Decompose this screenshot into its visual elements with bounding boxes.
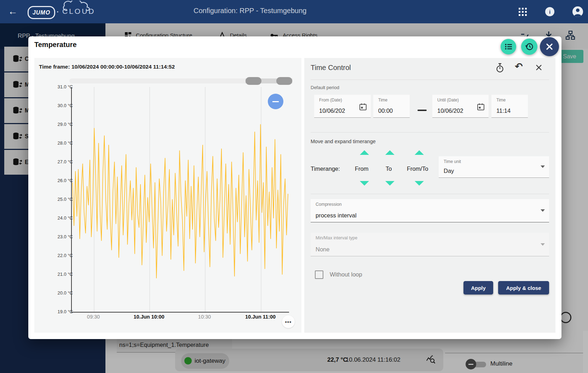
info-icon[interactable]: i xyxy=(545,7,554,16)
chevron-down-icon xyxy=(541,243,545,246)
calendar-icon[interactable] xyxy=(359,103,367,111)
field-label: Until (Date) xyxy=(437,98,459,103)
temperature-line-chart xyxy=(72,87,289,312)
decrease-to-button[interactable] xyxy=(385,181,394,186)
chart-more-button[interactable]: ••• xyxy=(282,315,295,328)
apps-grid-icon[interactable] xyxy=(519,8,527,17)
field-label: Time xyxy=(496,98,506,103)
time-control-close-icon[interactable] xyxy=(535,64,543,73)
y-axis-tick-label: 24.0 °C xyxy=(48,215,73,221)
timer-icon[interactable] xyxy=(495,63,505,74)
field-value: None xyxy=(316,246,329,253)
y-axis-tick-label: 19.0 °C xyxy=(48,309,73,314)
page-title: Configuration: RPP - Testumgebung xyxy=(194,7,306,15)
apply-button[interactable]: Apply xyxy=(463,281,493,295)
time-control-panel: Time Control ↶ Default period xyxy=(304,58,555,333)
minmax-interval-select[interactable]: Min/Max interval type None xyxy=(311,233,549,256)
undo-icon[interactable]: ↶ xyxy=(515,61,523,72)
time-history-button[interactable] xyxy=(521,39,537,55)
jumo-logo-text: JUMO xyxy=(33,10,50,16)
field-label: From (Date) xyxy=(319,98,342,103)
y-axis-tick-label: 30.0 °C xyxy=(48,103,73,108)
field-value: 10/06/202 xyxy=(437,107,470,114)
compression-select[interactable]: Compression process interval xyxy=(311,199,549,222)
field-label: Time unit xyxy=(444,159,461,164)
until-time-field[interactable]: Time 11:14 xyxy=(491,95,528,118)
y-axis-tick-label: 28.0 °C xyxy=(48,140,73,146)
y-axis-tick-label: 21.0 °C xyxy=(48,272,73,277)
increase-to-button[interactable] xyxy=(385,150,394,155)
chevron-down-icon xyxy=(541,165,545,168)
y-axis-tick-label: 31.0 °C xyxy=(48,84,73,89)
chevron-down-icon xyxy=(541,209,545,212)
time-frame-label: Time frame: 10/06/2024 00:00:00-10/06/20… xyxy=(39,64,175,70)
x-axis-tick-label: 10:30 xyxy=(180,314,229,320)
x-axis-line xyxy=(71,312,289,313)
from-time-field[interactable]: Time 00:00 xyxy=(373,95,410,118)
timerange-option-fromto: From/To xyxy=(407,165,428,172)
time-unit-select[interactable]: Time unit Day xyxy=(439,156,549,178)
screen: RPP - Testumgebung C M xyxy=(0,0,588,373)
divider xyxy=(311,132,549,133)
y-axis-tick-label: 22.0 °C xyxy=(48,253,73,258)
slider-handle-right[interactable] xyxy=(276,77,292,85)
apply-button-label: Apply xyxy=(471,285,486,291)
without-loop-checkbox[interactable] xyxy=(315,270,323,279)
dialog-title: Temperature xyxy=(34,41,77,49)
increase-from-button[interactable] xyxy=(360,150,369,155)
default-period-label: Default period xyxy=(311,85,339,90)
x-axis-tick-label: 10.Jun 10:00 xyxy=(124,314,174,320)
jumo-logo: JUMO xyxy=(28,6,55,19)
increase-fromto-button[interactable] xyxy=(415,150,424,155)
cloud-logo-text: CLOUD xyxy=(62,7,96,16)
decrease-fromto-button[interactable] xyxy=(415,181,424,186)
move-expand-label: Move and expand timerange xyxy=(311,139,376,144)
app-bar: ← JUMO · CLOUD Configuration: RPP - Test… xyxy=(0,0,588,23)
decrease-from-button[interactable] xyxy=(360,181,369,186)
field-value: 11:14 xyxy=(496,107,511,114)
y-axis-tick-label: 29.0 °C xyxy=(48,122,73,127)
field-label: Time xyxy=(378,98,387,103)
field-value: process interval xyxy=(316,212,357,219)
time-control-title: Time Control xyxy=(311,64,351,72)
y-axis-tick-label: 20.0 °C xyxy=(48,290,73,296)
field-value: Day xyxy=(444,168,454,174)
list-icon xyxy=(504,42,513,51)
slider-handle-left[interactable] xyxy=(246,77,261,85)
ellipsis-icon: ••• xyxy=(285,319,292,325)
history-icon xyxy=(524,42,534,52)
divider xyxy=(311,194,549,194)
range-dash xyxy=(417,110,427,111)
calendar-icon[interactable] xyxy=(477,103,485,111)
timerange-option-from: From xyxy=(355,165,369,172)
dialog-close-button[interactable] xyxy=(540,37,559,56)
field-value: 10/06/202 xyxy=(319,107,352,114)
channel-list-button[interactable] xyxy=(501,39,516,54)
timerange-option-to: To xyxy=(386,165,392,172)
chart-panel: Time frame: 10/06/2024 00:00:00-10/06/20… xyxy=(34,58,301,333)
back-arrow-icon[interactable]: ← xyxy=(6,5,19,18)
until-date-field[interactable]: Until (Date) 10/06/202 xyxy=(432,95,489,118)
account-icon[interactable] xyxy=(572,6,583,17)
field-label: Compression xyxy=(316,202,342,207)
x-axis-tick-label: 09:30 xyxy=(69,314,118,320)
field-label: Min/Max interval type xyxy=(316,235,357,240)
without-loop-label: Without loop xyxy=(330,271,362,278)
x-axis-tick-label: 10.Jun 11:00 xyxy=(236,314,285,320)
y-axis-tick-label: 25.0 °C xyxy=(48,197,73,202)
logo-separator-dot: · xyxy=(57,8,59,16)
y-axis-tick-label: 23.0 °C xyxy=(48,234,73,239)
close-icon xyxy=(545,42,554,51)
field-value: 00:00 xyxy=(378,107,393,114)
divider xyxy=(311,80,549,80)
from-date-field[interactable]: From (Date) 10/06/202 xyxy=(314,95,371,118)
temperature-dialog: Temperature xyxy=(28,36,561,339)
y-axis-tick-label: 26.0 °C xyxy=(48,178,73,183)
y-axis-tick-label: 27.0 °C xyxy=(48,159,73,164)
apply-close-button-label: Apply & close xyxy=(506,285,541,291)
apply-close-button[interactable]: Apply & close xyxy=(498,281,549,295)
timerange-label: Timerange: xyxy=(311,165,340,172)
